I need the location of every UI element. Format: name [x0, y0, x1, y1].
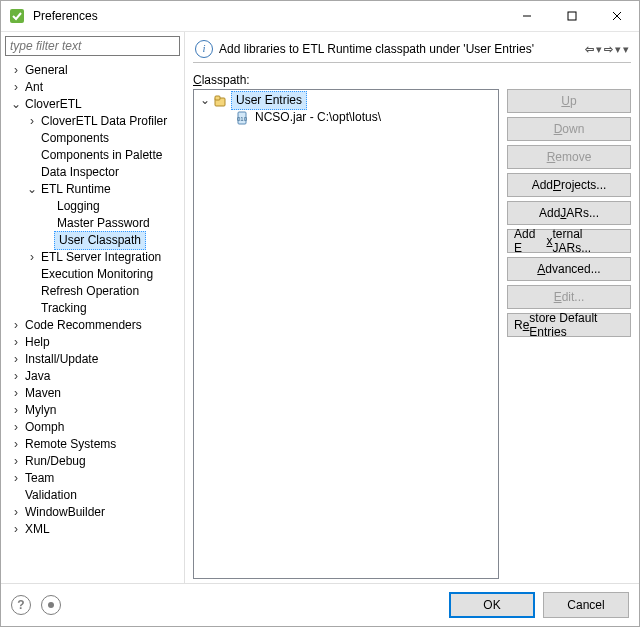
- addjars-button[interactable]: Add JARs...: [507, 201, 631, 225]
- window-title: Preferences: [33, 9, 504, 23]
- preference-tree[interactable]: ›General›Ant⌄CloverETL›CloverETL Data Pr…: [5, 62, 180, 579]
- svg-rect-2: [568, 12, 576, 20]
- tree-item[interactable]: Refresh Operation: [5, 283, 180, 300]
- tree-item[interactable]: ›WindowBuilder: [5, 504, 180, 521]
- ok-button[interactable]: OK: [449, 592, 535, 618]
- tree-item-label: Logging: [55, 198, 102, 215]
- page-menu-icon[interactable]: ▾: [623, 43, 629, 56]
- tree-item-label: Team: [23, 470, 56, 487]
- chevron-right-icon[interactable]: ›: [9, 521, 23, 538]
- tree-item[interactable]: ›ETL Server Integration: [5, 249, 180, 266]
- chevron-right-icon[interactable]: ›: [9, 470, 23, 487]
- tree-item[interactable]: ›Oomph: [5, 419, 180, 436]
- import-export-button[interactable]: [41, 595, 61, 615]
- jar-icon: 010: [234, 111, 250, 125]
- tree-item[interactable]: ›XML: [5, 521, 180, 538]
- close-button[interactable]: [594, 1, 639, 31]
- tree-item[interactable]: ›Mylyn: [5, 402, 180, 419]
- tree-item[interactable]: Components in Palette: [5, 147, 180, 164]
- classpath-entry[interactable]: 010NCSO.jar - C:\opt\lotus\: [196, 109, 496, 126]
- help-button[interactable]: ?: [11, 595, 31, 615]
- tree-item-label: Help: [23, 334, 52, 351]
- classpath-label: Classpath:: [193, 73, 631, 87]
- preference-page: i Add libraries to ETL Runtime classpath…: [185, 32, 639, 583]
- preference-tree-panel: ›General›Ant⌄CloverETL›CloverETL Data Pr…: [1, 32, 185, 583]
- chevron-right-icon[interactable]: ›: [9, 62, 23, 79]
- tree-item[interactable]: ›CloverETL Data Profiler: [5, 113, 180, 130]
- tree-item-label: Refresh Operation: [39, 283, 141, 300]
- tree-item[interactable]: ›General: [5, 62, 180, 79]
- chevron-right-icon[interactable]: ›: [9, 419, 23, 436]
- tree-item[interactable]: ›Ant: [5, 79, 180, 96]
- tree-item-label: Validation: [23, 487, 79, 504]
- chevron-right-icon[interactable]: ›: [9, 317, 23, 334]
- cancel-button[interactable]: Cancel: [543, 592, 629, 618]
- chevron-right-icon[interactable]: ›: [9, 334, 23, 351]
- back-button[interactable]: ⇦: [585, 43, 594, 56]
- tree-item-label: Install/Update: [23, 351, 100, 368]
- tree-item-label: Run/Debug: [23, 453, 88, 470]
- tree-item[interactable]: ⌄CloverETL: [5, 96, 180, 113]
- chevron-right-icon[interactable]: ›: [9, 385, 23, 402]
- forward-menu-icon[interactable]: ▾: [615, 43, 621, 56]
- tree-item[interactable]: ›Remote Systems: [5, 436, 180, 453]
- page-header: i Add libraries to ETL Runtime classpath…: [193, 36, 631, 63]
- tree-item-label: ETL Server Integration: [39, 249, 163, 266]
- classpath-entry-label: User Entries: [231, 91, 307, 110]
- tree-item-label: Oomph: [23, 419, 66, 436]
- tree-item[interactable]: ›Java: [5, 368, 180, 385]
- chevron-right-icon[interactable]: ›: [9, 79, 23, 96]
- tree-item[interactable]: Execution Monitoring: [5, 266, 180, 283]
- addext-button[interactable]: Add External JARs...: [507, 229, 631, 253]
- classpath-entry[interactable]: ⌄User Entries: [196, 92, 496, 109]
- tree-item[interactable]: Master Password: [5, 215, 180, 232]
- tree-item[interactable]: ›Install/Update: [5, 351, 180, 368]
- chevron-right-icon[interactable]: ›: [9, 453, 23, 470]
- addproj-button[interactable]: Add Projects...: [507, 173, 631, 197]
- tree-item[interactable]: ⌄ETL Runtime: [5, 181, 180, 198]
- chevron-right-icon[interactable]: ›: [25, 249, 39, 266]
- tree-item-label: General: [23, 62, 70, 79]
- tree-item[interactable]: ›Team: [5, 470, 180, 487]
- tree-item[interactable]: Validation: [5, 487, 180, 504]
- tree-item[interactable]: ›Run/Debug: [5, 453, 180, 470]
- chevron-right-icon[interactable]: ›: [9, 436, 23, 453]
- back-menu-icon[interactable]: ▾: [596, 43, 602, 56]
- chevron-right-icon[interactable]: ›: [25, 113, 39, 130]
- tree-item-label: ETL Runtime: [39, 181, 113, 198]
- maximize-button[interactable]: [549, 1, 594, 31]
- tree-item[interactable]: Logging: [5, 198, 180, 215]
- forward-button[interactable]: ⇨: [604, 43, 613, 56]
- svg-text:010: 010: [237, 116, 248, 122]
- up-button: Up: [507, 89, 631, 113]
- tree-item-label: XML: [23, 521, 52, 538]
- tree-item-label: WindowBuilder: [23, 504, 107, 521]
- tree-item[interactable]: Data Inspector: [5, 164, 180, 181]
- user-entries-icon: [212, 94, 228, 108]
- chevron-right-icon[interactable]: ›: [9, 368, 23, 385]
- chevron-down-icon[interactable]: ⌄: [198, 92, 212, 109]
- tree-item-label: Data Inspector: [39, 164, 121, 181]
- classpath-button-column: UpDownRemoveAdd Projects...Add JARs...Ad…: [507, 89, 631, 579]
- tree-item-label: Components: [39, 130, 111, 147]
- tree-item[interactable]: Tracking: [5, 300, 180, 317]
- classpath-tree[interactable]: ⌄User Entries010NCSO.jar - C:\opt\lotus\: [193, 89, 499, 579]
- filter-text-input[interactable]: [5, 36, 180, 56]
- tree-item-label: Mylyn: [23, 402, 58, 419]
- tree-item[interactable]: User Classpath: [5, 232, 180, 249]
- chevron-down-icon[interactable]: ⌄: [25, 181, 39, 198]
- tree-item[interactable]: ›Maven: [5, 385, 180, 402]
- tree-item[interactable]: ›Code Recommenders: [5, 317, 180, 334]
- tree-item-label: CloverETL: [23, 96, 84, 113]
- restore-button[interactable]: Restore Default Entries: [507, 313, 631, 337]
- chevron-right-icon[interactable]: ›: [9, 402, 23, 419]
- tree-item[interactable]: Components: [5, 130, 180, 147]
- minimize-button[interactable]: [504, 1, 549, 31]
- info-icon: i: [195, 40, 213, 58]
- advanced-button[interactable]: Advanced...: [507, 257, 631, 281]
- chevron-down-icon[interactable]: ⌄: [9, 96, 23, 113]
- tree-item[interactable]: ›Help: [5, 334, 180, 351]
- chevron-right-icon[interactable]: ›: [9, 504, 23, 521]
- chevron-right-icon[interactable]: ›: [9, 351, 23, 368]
- tree-item-label: Tracking: [39, 300, 89, 317]
